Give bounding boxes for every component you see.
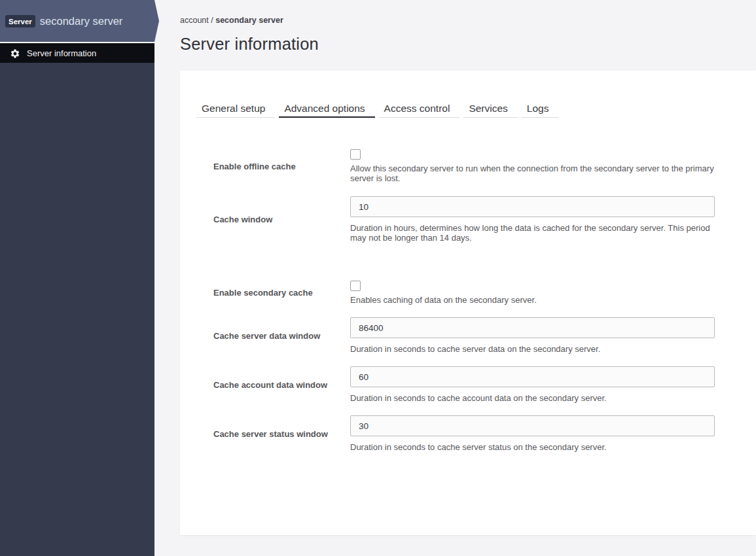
settings-card: General setup Advanced options Access co… <box>180 71 756 535</box>
tab-access-control[interactable]: Access control <box>379 103 460 118</box>
cache-window-input[interactable] <box>350 196 715 217</box>
form-row-cache-server-status-window: Cache server status window Duration in s… <box>213 415 756 452</box>
field-help: Duration in seconds to cache server stat… <box>350 442 715 452</box>
field-help: Duration in seconds to cache account dat… <box>350 393 715 403</box>
form-row-cache-account-data-window: Cache account data window Duration in se… <box>213 366 756 403</box>
sidebar-item-label: Server information <box>27 48 96 58</box>
server-badge: Server <box>5 15 35 27</box>
form-row-cache-server-data-window: Cache server data window Duration in sec… <box>213 317 756 354</box>
tab-general-setup[interactable]: General setup <box>196 103 275 118</box>
field-label: Cache server status window <box>213 415 350 452</box>
settings-form: Enable offline cache Allow this secondar… <box>213 149 756 452</box>
form-row-cache-window: Cache window Duration in hours, determin… <box>213 196 756 243</box>
sidebar-menu: Server information <box>0 43 154 63</box>
page-title: Server information <box>180 35 319 54</box>
gear-icon <box>10 48 20 59</box>
field-help: Duration in seconds to cache server data… <box>350 344 715 354</box>
form-row-enable-secondary-cache: Enable secondary cache Enables caching o… <box>213 281 756 305</box>
sidebar-server-name: secondary server <box>40 15 123 27</box>
field-help: Duration in hours, determines how long t… <box>350 223 715 243</box>
field-help: Allow this secondary server to run when … <box>350 164 715 183</box>
breadcrumb-separator: / <box>209 16 215 25</box>
sidebar: Server secondary server Server informati… <box>0 0 154 556</box>
cache-server-data-window-input[interactable] <box>350 317 715 338</box>
breadcrumb-section[interactable]: account <box>180 16 209 25</box>
enable-offline-cache-checkbox[interactable] <box>350 149 361 160</box>
sidebar-header: Server secondary server <box>0 0 159 42</box>
field-label: Enable secondary cache <box>213 281 350 305</box>
breadcrumb: account / secondary server <box>180 16 283 25</box>
breadcrumb-current: secondary server <box>215 16 283 25</box>
field-label: Cache server data window <box>213 317 350 354</box>
field-help: Enables caching of data on the secondary… <box>350 295 715 305</box>
tab-bar: General setup Advanced options Access co… <box>196 103 756 118</box>
cache-server-status-window-input[interactable] <box>350 415 715 436</box>
field-label: Enable offline cache <box>213 149 350 183</box>
main-content: account / secondary server Server inform… <box>154 0 756 556</box>
tab-services[interactable]: Services <box>463 103 517 118</box>
cache-account-data-window-input[interactable] <box>350 366 715 387</box>
enable-secondary-cache-checkbox[interactable] <box>350 281 361 291</box>
field-label: Cache window <box>213 196 350 243</box>
form-row-enable-offline-cache: Enable offline cache Allow this secondar… <box>213 149 756 183</box>
field-label: Cache account data window <box>213 366 350 403</box>
tab-logs[interactable]: Logs <box>522 103 559 118</box>
sidebar-item-server-information[interactable]: Server information <box>0 43 154 63</box>
tab-advanced-options[interactable]: Advanced options <box>279 103 374 118</box>
